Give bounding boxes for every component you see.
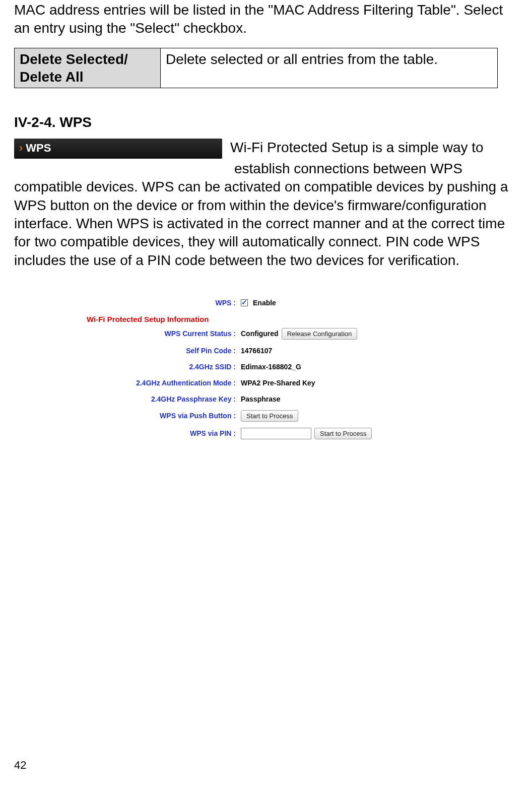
enable-checkbox[interactable] <box>241 299 248 306</box>
config-row-pin: WPS via PIN : Start to Process <box>85 425 447 442</box>
wps-nav-pill[interactable]: ›WPS <box>14 139 222 159</box>
start-push-button[interactable]: Start to Process <box>241 410 298 422</box>
definition-table: Delete Selected/ Delete All Delete selec… <box>14 48 498 88</box>
page-number: 42 <box>14 758 26 773</box>
release-configuration-button[interactable]: Release Configuration <box>282 328 358 340</box>
config-row-status: WPS Current Status : Configured Release … <box>85 325 447 343</box>
ssid-value: Edimax-168802_G <box>241 363 301 371</box>
chevron-right-icon: › <box>19 142 23 154</box>
config-row-wps-enable: WPS : Enable <box>85 295 447 311</box>
pass-label: 2.4GHz Passphrase Key : <box>85 395 241 404</box>
config-section-title: Wi-Fi Protected Setup Information <box>85 311 447 325</box>
config-row-selfpin: Self Pin Code : 14766107 <box>85 343 447 359</box>
self-pin-value: 14766107 <box>241 347 272 355</box>
wps-config-panel: WPS : Enable Wi-Fi Protected Setup Infor… <box>85 295 447 442</box>
start-pin-button[interactable]: Start to Process <box>314 428 372 439</box>
wps-description: ›WPS Wi-Fi Protected Setup is a simple w… <box>14 139 518 270</box>
ssid-label: 2.4GHz SSID : <box>85 363 241 371</box>
auth-label: 2.4GHz Authentication Mode : <box>85 379 241 387</box>
config-row-ssid: 2.4GHz SSID : Edimax-168802_G <box>85 359 447 375</box>
wps-body-line1: Wi-Fi Protected Setup is a simple way to <box>230 140 484 155</box>
enable-label: Enable <box>253 299 276 307</box>
pin-label: WPS via PIN : <box>85 429 241 438</box>
pass-value: Passphrase <box>241 395 281 404</box>
section-heading: IV-2-4. WPS <box>14 113 518 132</box>
config-row-pushbutton: WPS via Push Button : Start to Process <box>85 407 447 425</box>
config-row-auth: 2.4GHz Authentication Mode : WPA2 Pre-Sh… <box>85 375 447 391</box>
wps-body-line2: establish connections between WPS <box>14 160 518 178</box>
def-desc-cell: Delete selected or all entries from the … <box>161 48 498 88</box>
status-label: WPS Current Status : <box>85 330 241 338</box>
push-label: WPS via Push Button : <box>85 412 241 420</box>
status-value: Configured <box>241 330 279 338</box>
wps-label: WPS : <box>85 299 241 307</box>
pin-input[interactable] <box>241 428 311 439</box>
wps-pill-label: WPS <box>26 142 51 154</box>
wps-body-rest: compatible devices. WPS can be activated… <box>14 178 518 270</box>
config-row-pass: 2.4GHz Passphrase Key : Passphrase <box>85 391 447 407</box>
def-header-cell: Delete Selected/ Delete All <box>15 48 161 88</box>
intro-text: MAC address entries will be listed in th… <box>14 1 518 38</box>
self-pin-label: Self Pin Code : <box>85 347 241 355</box>
auth-value: WPA2 Pre-Shared Key <box>241 379 315 387</box>
